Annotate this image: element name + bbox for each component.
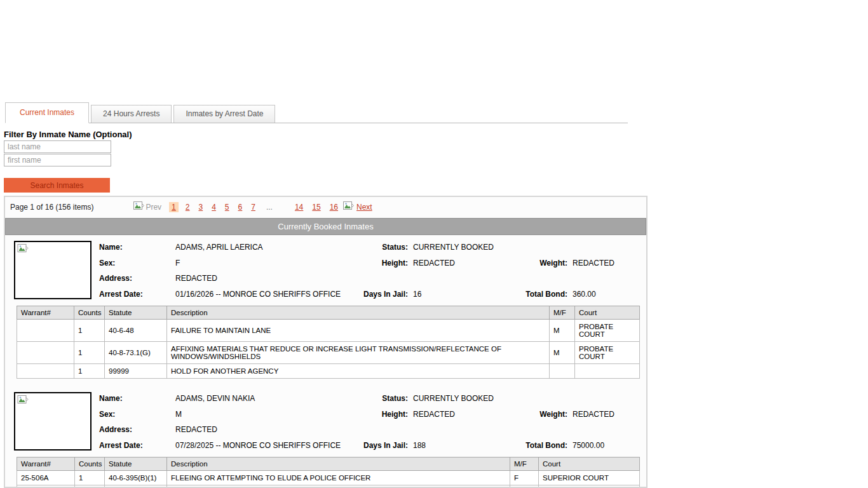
col-description: Description: [167, 458, 510, 471]
status-label: Status:: [352, 243, 408, 252]
weight-value: REDACTED: [567, 410, 641, 419]
weight-value: REDACTED: [567, 259, 641, 268]
prev-page-link[interactable]: Prev: [146, 203, 161, 212]
broken-image-icon: [133, 201, 145, 214]
filter-title: Filter By Inmate Name (Optional): [4, 130, 132, 139]
warrant-row: 1 40-8-73.1(G) AFFIXING MATERIALS THAT R…: [17, 342, 640, 364]
tab-current-inmates[interactable]: Current Inmates: [5, 102, 89, 123]
sex-label: Sex:: [99, 410, 170, 419]
tab-strip: Current Inmates 24 Hours Arrests Inmates…: [5, 102, 628, 123]
col-statute: Statute: [105, 306, 167, 320]
warrant-row: 1 40-6-48 FAILURE TO MAINTAIN LANE M PRO…: [17, 320, 640, 342]
warrants-table: Warrant# Counts Statute Description M/F …: [17, 306, 640, 379]
warrants-header-row: Warrant# Counts Statute Description M/F …: [17, 306, 640, 320]
name-value: ADAMS, DEVIN NAKIA: [170, 394, 352, 403]
weight-label: Weight:: [513, 410, 567, 419]
address-label: Address:: [99, 425, 170, 434]
tab-24-hours-arrests[interactable]: 24 Hours Arrests: [91, 105, 172, 123]
status-label: Status:: [352, 394, 408, 403]
sex-label: Sex:: [99, 259, 170, 268]
status-value: CURRENTLY BOOKED: [408, 243, 513, 252]
height-label: Height:: [352, 410, 408, 419]
address-label: Address:: [99, 274, 170, 283]
page-link-3[interactable]: 3: [198, 203, 203, 212]
total-bond-value: 75000.00: [567, 441, 641, 450]
page-link-15[interactable]: 15: [312, 203, 320, 212]
arrest-date-label: Arrest Date:: [99, 441, 170, 450]
list-header: Currently Booked Inmates: [5, 218, 646, 235]
arrest-date-value: 07/28/2025 -- MONROE CO SHERIFFS OFFICE: [170, 441, 352, 450]
search-inmates-button[interactable]: Search Inmates: [4, 178, 110, 193]
height-label: Height:: [352, 259, 408, 268]
height-value: REDACTED: [408, 259, 513, 268]
pagination-bar: Page 1 of 16 (156 items) Prev 1 2 3 4 5 …: [5, 197, 646, 218]
sex-value: F: [170, 259, 352, 268]
days-in-jail-label: Days In Jail:: [352, 441, 408, 450]
sex-value: M: [170, 410, 352, 419]
page-link-14[interactable]: 14: [295, 203, 303, 212]
warrants-table: Warrant# Counts Statute Description M/F …: [17, 457, 640, 488]
first-name-input[interactable]: [4, 154, 111, 166]
warrant-row: 25-506A 1 40-6-395(B)(1) FLEEING OR ATTE…: [17, 471, 640, 485]
days-in-jail-value: 188: [408, 441, 513, 450]
name-label: Name:: [99, 243, 170, 252]
status-value: CURRENTLY BOOKED: [408, 394, 513, 403]
warrant-row: 1 99999 HOLD FOR ANOTHER AGENCY: [17, 364, 640, 379]
inmate-fields: Name: ADAMS, DEVIN NAKIA Status: CURRENT…: [99, 391, 641, 453]
col-counts: Counts: [74, 306, 105, 320]
col-warrant: Warrant#: [17, 458, 75, 471]
last-name-input[interactable]: [4, 140, 111, 153]
name-value: ADAMS, APRIL LAERICA: [170, 243, 352, 252]
inmate-photo: [14, 392, 92, 451]
col-mf: M/F: [550, 306, 575, 320]
total-bond-value: 360.00: [567, 290, 641, 299]
total-bond-label: Total Bond:: [513, 441, 567, 450]
page-link-5[interactable]: 5: [225, 203, 229, 212]
days-in-jail-value: 16: [408, 290, 513, 299]
col-court: Court: [575, 306, 640, 320]
page-link-4[interactable]: 4: [212, 203, 216, 212]
warrant-row: 25-506A 1 16-10-24(A) OBSTRUCTION OF A L…: [17, 485, 640, 488]
inmate-record: Name: ADAMS, APRIL LAERICA Status: CURRE…: [5, 235, 646, 303]
arrest-date-value: 01/16/2026 -- MONROE CO SHERIFFS OFFICE: [170, 290, 352, 299]
address-value: REDACTED: [170, 425, 352, 434]
name-label: Name:: [99, 394, 170, 403]
total-bond-label: Total Bond:: [513, 290, 567, 299]
page-link-7[interactable]: 7: [251, 203, 255, 212]
col-warrant: Warrant#: [17, 306, 74, 320]
height-value: REDACTED: [408, 410, 513, 419]
col-description: Description: [167, 306, 550, 320]
page-link-6[interactable]: 6: [238, 203, 243, 212]
days-in-jail-label: Days In Jail:: [352, 290, 408, 299]
results-panel: Page 1 of 16 (156 items) Prev 1 2 3 4 5 …: [4, 196, 648, 488]
broken-image-icon: [342, 201, 355, 214]
address-value: REDACTED: [170, 274, 352, 283]
tab-inmates-by-arrest-date[interactable]: Inmates by Arrest Date: [173, 105, 275, 123]
col-counts: Counts: [75, 458, 105, 471]
broken-image-icon: [17, 396, 29, 407]
col-statute: Statute: [105, 458, 167, 471]
inmate-record: Name: ADAMS, DEVIN NAKIA Status: CURRENT…: [5, 386, 646, 454]
inmate-fields: Name: ADAMS, APRIL LAERICA Status: CURRE…: [99, 240, 641, 302]
next-page-link[interactable]: Next: [356, 203, 372, 212]
broken-image-icon: [17, 245, 29, 256]
current-page-number[interactable]: 1: [169, 202, 179, 212]
warrants-header-row: Warrant# Counts Statute Description M/F …: [17, 458, 640, 471]
inmate-photo: [14, 241, 92, 299]
col-mf: M/F: [510, 458, 539, 471]
page-link-16[interactable]: 16: [330, 203, 338, 212]
weight-label: Weight:: [513, 259, 567, 268]
page-link-2[interactable]: 2: [186, 203, 190, 212]
arrest-date-label: Arrest Date:: [99, 290, 170, 299]
page-summary: Page 1 of 16 (156 items): [10, 203, 93, 212]
col-court: Court: [539, 458, 640, 471]
page-ellipsis: ...: [266, 203, 273, 212]
